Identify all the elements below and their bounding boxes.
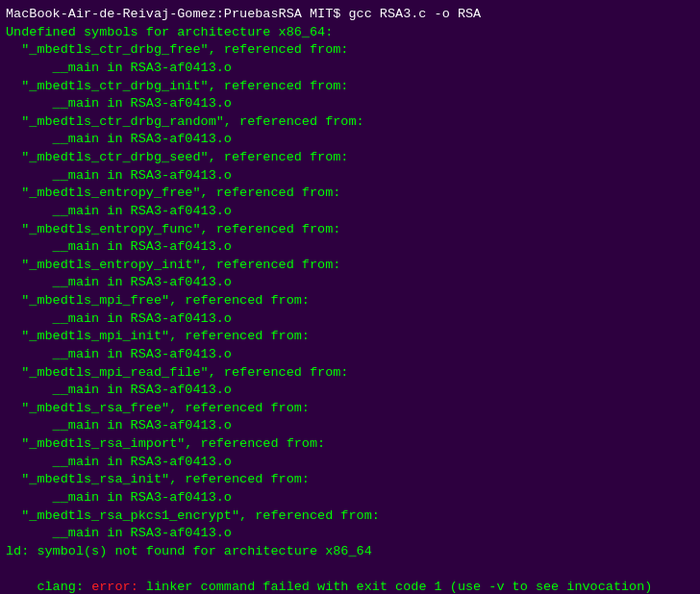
- ld-line: ld: symbol(s) not found for architecture…: [6, 543, 694, 561]
- sym3-line: "_mbedtls_ctr_drbg_random", referenced f…: [6, 113, 694, 132]
- sym1-ref-line: __main in RSA3-af0413.o: [6, 60, 694, 78]
- sym7-ref-line: __main in RSA3-af0413.o: [6, 274, 694, 292]
- undef-line: Undefined symbols for architecture x86_6…: [6, 24, 694, 42]
- sym9-line: "_mbedtls_mpi_init", referenced from:: [6, 328, 694, 346]
- sym12-ref-line: __main in RSA3-af0413.o: [6, 454, 694, 472]
- sym13-line: "_mbedtls_rsa_init", referenced from:: [6, 471, 694, 489]
- clang-prefix: clang:: [37, 580, 91, 594]
- sym5-line: "_mbedtls_entropy_free", referenced from…: [6, 185, 694, 203]
- sym14-line: "_mbedtls_rsa_pkcs1_encrypt", referenced…: [6, 507, 694, 526]
- error-label: error:: [91, 580, 138, 594]
- sym12-line: "_mbedtls_rsa_import", referenced from:: [6, 435, 694, 454]
- sym7-line: "_mbedtls_entropy_init", referenced from…: [6, 257, 694, 275]
- sym10-line: "_mbedtls_mpi_read_file", referenced fro…: [6, 364, 694, 383]
- sym9-ref-line: __main in RSA3-af0413.o: [6, 346, 694, 364]
- error-message: linker command failed with exit code 1 (…: [138, 580, 653, 594]
- sym6-ref-line: __main in RSA3-af0413.o: [6, 238, 694, 257]
- sym13-ref-line: __main in RSA3-af0413.o: [6, 489, 694, 507]
- sym3-ref-line: __main in RSA3-af0413.o: [6, 131, 694, 149]
- terminal-window: MacBook-Air-de-Reivaj-Gomez:PruebasRSA M…: [0, 0, 700, 594]
- sym5-ref-line: __main in RSA3-af0413.o: [6, 203, 694, 221]
- sym6-line: "_mbedtls_entropy_func", referenced from…: [6, 221, 694, 239]
- command-line: MacBook-Air-de-Reivaj-Gomez:PruebasRSA M…: [6, 6, 694, 24]
- sym4-ref-line: __main in RSA3-af0413.o: [6, 167, 694, 186]
- sym1-line: "_mbedtls_ctr_drbg_free", referenced fro…: [6, 41, 694, 60]
- sym10-ref-line: __main in RSA3-af0413.o: [6, 382, 694, 400]
- clang-error-line: clang: error: linker command failed with…: [6, 560, 694, 594]
- sym11-ref-line: __main in RSA3-af0413.o: [6, 417, 694, 435]
- sym2-line: "_mbedtls_ctr_drbg_init", referenced fro…: [6, 78, 694, 96]
- sym2-ref-line: __main in RSA3-af0413.o: [6, 95, 694, 113]
- sym11-line: "_mbedtls_rsa_free", referenced from:: [6, 400, 694, 418]
- sym8-line: "_mbedtls_mpi_free", referenced from:: [6, 292, 694, 310]
- sym14-ref-line: __main in RSA3-af0413.o: [6, 525, 694, 543]
- sym8-ref-line: __main in RSA3-af0413.o: [6, 310, 694, 329]
- sym4-line: "_mbedtls_ctr_drbg_seed", referenced fro…: [6, 149, 694, 167]
